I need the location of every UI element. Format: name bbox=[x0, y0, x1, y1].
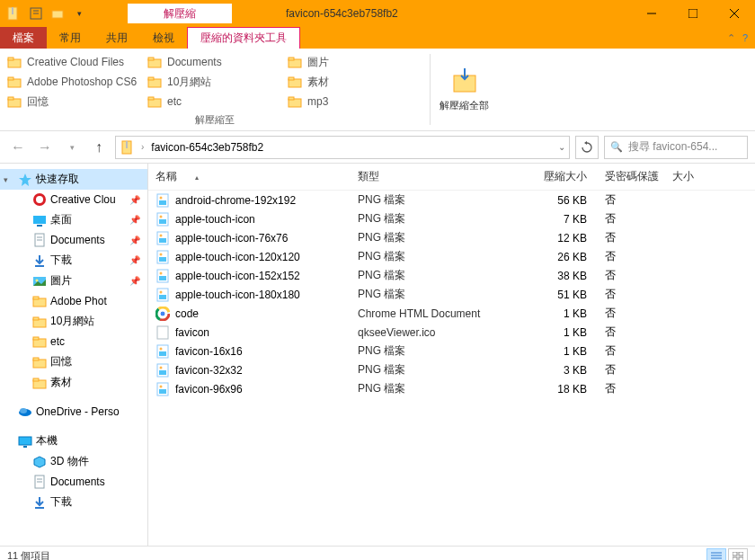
recent-dropdown-icon[interactable]: ▾ bbox=[61, 137, 83, 158]
tab-extract[interactable]: 壓縮的資料夾工具 bbox=[187, 27, 300, 49]
tree-item[interactable]: 3D 物件 bbox=[0, 451, 147, 472]
folder-icon bbox=[32, 376, 47, 390]
qat-properties-icon[interactable] bbox=[29, 6, 43, 21]
file-password: 否 bbox=[605, 362, 672, 378]
file-type: PNG 檔案 bbox=[358, 211, 515, 227]
address-dropdown-icon[interactable]: ⌄ bbox=[558, 142, 565, 152]
navigation-pane[interactable]: ▾快速存取Creative Clou📌桌面📌Documents📌下載📌圖片📌Ad… bbox=[0, 164, 148, 546]
pin-icon: 📌 bbox=[129, 195, 140, 205]
tab-share[interactable]: 共用 bbox=[93, 27, 140, 49]
details-view-button[interactable] bbox=[706, 548, 726, 561]
refresh-button[interactable] bbox=[575, 136, 599, 159]
tree-label: 下載 bbox=[50, 253, 72, 268]
search-input[interactable]: 🔍 搜尋 favicon-654... bbox=[604, 136, 748, 159]
ribbon-dest-item[interactable]: 回憶 bbox=[7, 92, 142, 111]
tree-label: 桌面 bbox=[50, 212, 72, 227]
file-row[interactable]: favicon-96x96PNG 檔案18 KB否 bbox=[148, 379, 755, 398]
svg-rect-88 bbox=[159, 370, 166, 375]
file-row[interactable]: favicon-32x32PNG 檔案3 KB否 bbox=[148, 360, 755, 379]
svg-rect-46 bbox=[33, 337, 39, 340]
expand-icon[interactable]: ▾ bbox=[4, 175, 14, 184]
tree-item[interactable]: OneDrive - Perso bbox=[0, 402, 147, 422]
file-password: 否 bbox=[605, 211, 672, 227]
forward-button[interactable]: → bbox=[34, 137, 56, 158]
help-icon[interactable]: ? bbox=[742, 32, 748, 43]
address-bar[interactable]: › favicon-654c3eb758fb2 ⌄ bbox=[115, 136, 570, 159]
ribbon-tabs: 檔案 常用 共用 檢視 壓縮的資料夾工具 ⌃ ? bbox=[0, 27, 755, 49]
ribbon-dest-item[interactable]: Documents bbox=[147, 52, 282, 72]
file-type: PNG 檔案 bbox=[358, 230, 515, 245]
doc-icon bbox=[32, 475, 47, 489]
breadcrumb-chevron-icon[interactable]: › bbox=[141, 142, 144, 152]
tree-item[interactable]: 10月網站 bbox=[0, 311, 147, 332]
tree-item[interactable]: Adobe Phot bbox=[0, 291, 147, 311]
ribbon-dest-item[interactable]: 圖片 bbox=[288, 52, 422, 72]
folder-icon bbox=[288, 55, 302, 69]
tree-item[interactable]: 下載📌 bbox=[0, 250, 147, 271]
col-size[interactable]: 大小 bbox=[672, 169, 717, 184]
col-compressed[interactable]: 壓縮大小 bbox=[515, 169, 605, 184]
file-row[interactable]: apple-touch-iconPNG 檔案7 KB否 bbox=[148, 209, 755, 228]
tree-item[interactable]: Documents📌 bbox=[0, 230, 147, 250]
file-row[interactable]: favicon-16x16PNG 檔案1 KB否 bbox=[148, 342, 755, 360]
minimize-button[interactable] bbox=[631, 0, 672, 27]
ribbon-dest-item[interactable]: etc bbox=[147, 92, 282, 111]
app-icon bbox=[5, 6, 20, 21]
svg-rect-96 bbox=[733, 552, 737, 556]
file-row[interactable]: apple-touch-icon-120x120PNG 檔案26 KB否 bbox=[148, 247, 755, 266]
tree-item[interactable]: Creative Clou📌 bbox=[0, 190, 147, 209]
ribbon-dest-item[interactable]: mp3 bbox=[288, 92, 422, 111]
folder-icon bbox=[7, 55, 22, 69]
file-compressed-size: 1 KB bbox=[515, 307, 605, 320]
png-file-icon bbox=[155, 288, 170, 302]
ribbon-dest-label: mp3 bbox=[307, 95, 328, 108]
ribbon-dest-item[interactable]: Adobe Photoshop CS6 bbox=[7, 72, 142, 92]
svg-rect-97 bbox=[739, 552, 743, 556]
qat-newfolder-icon[interactable] bbox=[50, 6, 65, 21]
file-row[interactable]: faviconqkseeViewer.ico1 KB否 bbox=[148, 323, 755, 342]
ribbon-collapse-icon[interactable]: ⌃ bbox=[727, 32, 735, 44]
breadcrumb-path[interactable]: favicon-654c3eb758fb2 bbox=[151, 141, 263, 154]
tree-item[interactable]: 回憶 bbox=[0, 351, 147, 372]
chrome-file-icon bbox=[155, 307, 170, 321]
svg-rect-66 bbox=[159, 238, 166, 243]
file-row[interactable]: apple-touch-icon-76x76PNG 檔案12 KB否 bbox=[148, 228, 755, 247]
back-button[interactable]: ← bbox=[7, 137, 29, 158]
up-button[interactable]: ↑ bbox=[88, 137, 110, 158]
file-row[interactable]: apple-touch-icon-180x180PNG 檔案51 KB否 bbox=[148, 285, 755, 304]
tree-item[interactable]: 桌面📌 bbox=[0, 209, 147, 230]
column-headers[interactable]: 名稱▴ 類型 壓縮大小 受密碼保護 大小 bbox=[148, 164, 755, 191]
svg-rect-21 bbox=[289, 77, 294, 80]
svg-rect-50 bbox=[33, 378, 39, 381]
tree-item[interactable]: 圖片📌 bbox=[0, 271, 147, 291]
ribbon-dest-item[interactable]: Creative Cloud Files bbox=[7, 52, 142, 72]
thumbnails-view-button[interactable] bbox=[728, 548, 748, 561]
extract-all-button[interactable]: 解壓縮全部 bbox=[431, 49, 498, 130]
cc-icon bbox=[32, 192, 47, 207]
tree-item[interactable]: Documents bbox=[0, 472, 147, 492]
tree-item[interactable]: etc bbox=[0, 332, 147, 351]
tab-file[interactable]: 檔案 bbox=[0, 27, 47, 49]
tab-view[interactable]: 檢視 bbox=[140, 27, 187, 49]
window-title: favicon-654c3eb758fb2 bbox=[232, 7, 631, 20]
tree-item[interactable]: 素材 bbox=[0, 372, 147, 393]
close-button[interactable] bbox=[714, 0, 755, 27]
maximize-button[interactable] bbox=[672, 0, 714, 27]
tree-label: 下載 bbox=[50, 494, 72, 510]
tree-item[interactable]: 本機 bbox=[0, 431, 147, 451]
col-type[interactable]: 類型 bbox=[358, 169, 515, 184]
file-name: favicon bbox=[175, 326, 209, 339]
file-password: 否 bbox=[605, 324, 672, 340]
col-name[interactable]: 名稱 bbox=[155, 170, 177, 182]
qat-dropdown-icon[interactable]: ▾ bbox=[72, 6, 86, 21]
tree-item[interactable]: 下載 bbox=[0, 492, 147, 512]
ribbon-dest-item[interactable]: 素材 bbox=[288, 72, 422, 92]
file-row[interactable]: android-chrome-192x192PNG 檔案56 KB否 bbox=[148, 191, 755, 209]
tree-label: Creative Clou bbox=[50, 193, 116, 206]
tree-item[interactable]: ▾快速存取 bbox=[0, 169, 147, 190]
file-row[interactable]: apple-touch-icon-152x152PNG 檔案38 KB否 bbox=[148, 266, 755, 285]
ribbon-dest-item[interactable]: 10月網站 bbox=[147, 72, 282, 92]
col-password[interactable]: 受密碼保護 bbox=[605, 169, 672, 184]
tab-home[interactable]: 常用 bbox=[47, 27, 93, 49]
file-row[interactable]: codeChrome HTML Document1 KB否 bbox=[148, 304, 755, 323]
